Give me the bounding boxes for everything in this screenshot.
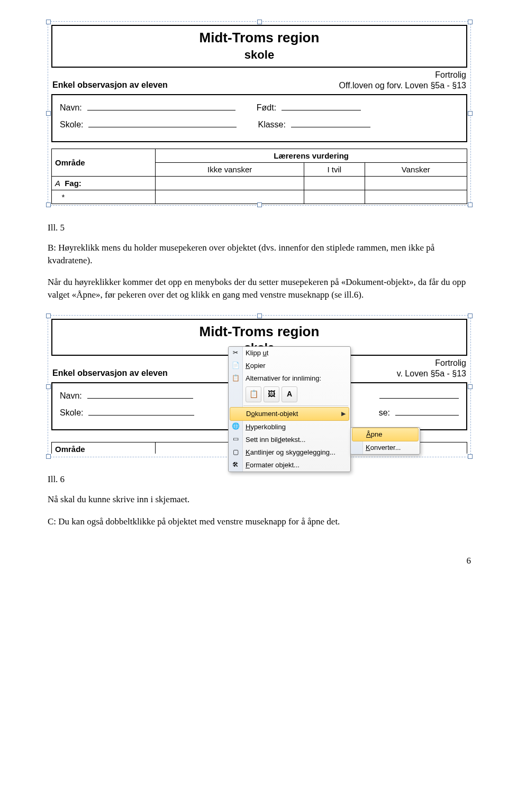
- resize-handle[interactable]: [468, 313, 473, 318]
- frame-icon: ▭: [231, 435, 240, 444]
- form-title-box: Midt-Troms region skole: [51, 25, 467, 68]
- resize-handle[interactable]: [468, 202, 473, 207]
- context-menu: ✂ Klipp ut 📄 Kopier 📋 Alternativer for i…: [228, 346, 351, 473]
- submenu-convert-label: Konverter...: [366, 444, 401, 451]
- resize-handle[interactable]: [46, 384, 51, 389]
- cell[interactable]: [304, 190, 365, 204]
- input-klasse[interactable]: [291, 117, 370, 127]
- label-navn: Navn:: [60, 390, 82, 402]
- input-fodt[interactable]: [379, 389, 459, 399]
- menu-format-object[interactable]: 🛠 Formater objekt...: [229, 459, 350, 472]
- submenu-document-object: Åpne Konverter...: [350, 427, 420, 455]
- page-icon: ▢: [231, 447, 240, 457]
- th-eval-diff: Vansker: [365, 162, 467, 176]
- menu-insert-caption[interactable]: ▭ Sett inn bildetekst...: [229, 433, 350, 446]
- menu-caption-label: Sett inn bildetekst...: [246, 436, 305, 444]
- clipboard-icon: 📋: [249, 389, 258, 400]
- menu-cut-label: Klipp ut: [246, 349, 268, 357]
- paste-option-text[interactable]: A: [282, 386, 297, 402]
- resize-handle[interactable]: [468, 384, 473, 389]
- resize-handle[interactable]: [46, 454, 51, 459]
- picture-icon: 🖼: [268, 389, 275, 400]
- form-subheading: Enkel observasjon av eleven: [52, 79, 168, 91]
- form-title-line1: Midt-Troms region: [52, 322, 466, 341]
- paste-options: 📋 🖼 A: [229, 385, 350, 404]
- menu-paste-options-label: 📋 Alternativer for innliming:: [229, 372, 350, 385]
- menu-copy[interactable]: 📄 Kopier: [229, 359, 350, 372]
- resize-handle[interactable]: [257, 20, 262, 24]
- form-subheading: Enkel observasjon av eleven: [52, 367, 168, 379]
- row-asterisk: *: [52, 190, 156, 204]
- figure-ill6: Midt-Troms region skole Enkel observasjo…: [48, 315, 471, 457]
- paste-option-2[interactable]: 🖼: [264, 386, 279, 402]
- cell[interactable]: [365, 176, 467, 190]
- resize-handle[interactable]: [468, 20, 473, 24]
- copy-icon: 📄: [231, 361, 240, 370]
- menu-hyperlink[interactable]: 🌐 Hyperkobling: [229, 421, 350, 433]
- menu-document-object[interactable]: Dokument-objekt ▶: [230, 407, 349, 421]
- form-legal: Off.loven og forv. Loven §5a - §13: [339, 80, 466, 91]
- paste-a-label: A: [287, 389, 292, 400]
- form-classification: Fortrolig v. Loven §5a - §13: [397, 358, 466, 379]
- input-navn[interactable]: [87, 100, 235, 110]
- selection-frame: Midt-Troms region skole Enkel observasjo…: [48, 21, 471, 206]
- submenu-convert[interactable]: Konverter...: [351, 441, 420, 454]
- row-a-fag: A Fag:: [52, 176, 156, 190]
- cell[interactable]: [365, 190, 467, 204]
- input-skole[interactable]: [88, 405, 194, 416]
- cut-icon: ✂: [231, 348, 240, 357]
- form-confidential: Fortrolig: [397, 358, 466, 368]
- caption-ill6: Ill. 6: [48, 473, 471, 486]
- input-navn[interactable]: [87, 389, 193, 399]
- menu-separator: [243, 405, 348, 406]
- paste-icon: 📋: [231, 373, 240, 383]
- resize-handle[interactable]: [46, 20, 51, 24]
- menu-format-label: Formater objekt...: [246, 461, 300, 469]
- figure-ill5: Midt-Troms region skole Enkel observasjo…: [48, 21, 471, 206]
- paragraph-now: Nå skal du kunne skrive inn i skjemaet.: [48, 493, 471, 506]
- form-legal-partial: v. Loven §5a - §13: [397, 368, 466, 379]
- th-eval-none: Ikke vansker: [156, 162, 304, 176]
- row-prefix: A: [55, 179, 60, 188]
- cell[interactable]: [156, 176, 304, 190]
- selection-frame: Midt-Troms region skole Enkel observasjo…: [48, 315, 471, 457]
- menu-cut[interactable]: ✂ Klipp ut: [229, 347, 350, 359]
- resize-handle[interactable]: [46, 202, 51, 207]
- menu-docobj-label: Dokument-objekt: [246, 410, 298, 418]
- th-area: Område: [52, 149, 156, 176]
- form-classification: Fortrolig Off.loven og forv. Loven §5a -…: [339, 70, 466, 91]
- resize-handle[interactable]: [46, 313, 51, 318]
- th-eval-doubt: I tvil: [304, 162, 365, 176]
- cell[interactable]: [304, 176, 365, 190]
- menu-copy-label: Kopier: [246, 362, 266, 370]
- label-fodt: Født:: [257, 102, 276, 114]
- label-skole: Skole:: [60, 407, 83, 419]
- wrench-icon: 🛠: [231, 460, 240, 469]
- submenu-open-label: Åpne: [366, 430, 382, 438]
- input-fodt[interactable]: [282, 100, 361, 110]
- input-skole[interactable]: [88, 117, 237, 127]
- paste-option-1[interactable]: 📋: [246, 386, 261, 402]
- submenu-open[interactable]: Åpne: [352, 428, 419, 441]
- caption-ill5: Ill. 5: [48, 222, 471, 234]
- row-fag-label: Fag:: [65, 179, 81, 188]
- document-body: Ill. 5 B: Høyreklikk mens du holder muse…: [48, 222, 471, 301]
- document-body-lower: Ill. 6 Nå skal du kunne skrive inn i skj…: [48, 473, 471, 528]
- paragraph-c: C: Du kan også dobbeltklikke på objektet…: [48, 515, 471, 528]
- label-klasse: Klasse:: [258, 119, 285, 131]
- resize-handle[interactable]: [46, 111, 51, 116]
- resize-handle[interactable]: [468, 111, 473, 116]
- input-klasse[interactable]: [395, 405, 459, 416]
- resize-handle[interactable]: [257, 313, 262, 318]
- form-meta-row: Enkel observasjon av eleven Fortrolig Of…: [52, 70, 466, 91]
- form-fields-box: Navn: Født: Skole: Klasse:: [51, 94, 467, 142]
- menu-borders-shading[interactable]: ▢ Kantlinjer og skyggelegging...: [229, 446, 350, 459]
- cell[interactable]: [156, 190, 304, 204]
- globe-icon: 🌐: [231, 422, 240, 431]
- resize-handle[interactable]: [468, 454, 473, 459]
- label-klasse-short: se:: [379, 407, 390, 419]
- menu-hyperlink-label: Hyperkobling: [246, 423, 286, 431]
- resize-handle[interactable]: [257, 202, 262, 207]
- form-title-line1: Midt-Troms region: [52, 28, 466, 47]
- form-confidential: Fortrolig: [339, 70, 466, 80]
